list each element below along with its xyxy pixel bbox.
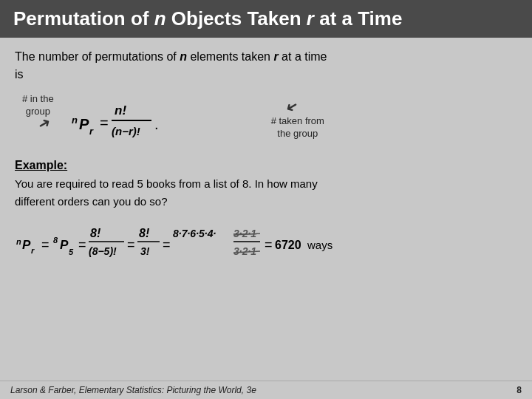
svg-text:=: = — [265, 237, 273, 252]
svg-text:3!: 3! — [140, 245, 150, 257]
svg-text:n!: n! — [115, 103, 126, 117]
example-formula-svg: n P r = 8 P 5 = 8! (8−5)! = 8! 3! = 8·7· — [15, 216, 429, 267]
svg-text:r: r — [89, 126, 94, 137]
example-text-line1: You are required to read 5 books from a … — [15, 177, 318, 190]
example-formula-row: n P r = 8 P 5 = 8! (8−5)! = 8! 3! = 8·7· — [15, 216, 517, 267]
footer-page: 8 — [516, 385, 522, 395]
svg-text:=: = — [100, 115, 109, 131]
title-suffix: at a Time — [314, 7, 402, 30]
intro-line1-middle: elements taken — [187, 50, 273, 63]
example-text-line2: different orders can you do so? — [15, 195, 168, 208]
footer: Larson & Farber, Elementary Statistics: … — [0, 381, 532, 399]
svg-text:n: n — [16, 237, 21, 246]
formula-area: # in the group ➜ n P r = n! (n−r)! . — [22, 92, 517, 147]
title-middle: Objects Taken — [166, 7, 307, 30]
title-n-var: n — [154, 7, 166, 30]
title-r-var: r — [307, 7, 314, 30]
svg-text:r: r — [31, 246, 35, 255]
svg-text:P: P — [22, 238, 31, 252]
svg-text:(8−5)!: (8−5)! — [89, 245, 117, 257]
svg-text:8!: 8! — [139, 227, 150, 239]
svg-text:=: = — [41, 237, 50, 252]
content-area: The number of permutations of n elements… — [0, 38, 532, 381]
svg-text:=: = — [163, 237, 171, 252]
footer-citation: Larson & Farber, Elementary Statistics: … — [10, 385, 256, 395]
svg-text:n: n — [72, 115, 78, 126]
left-annotation: # in the group ➜ — [22, 92, 54, 136]
svg-text:6720: 6720 — [275, 239, 301, 251]
title-bar: Permutation of n Objects Taken r at a Ti… — [0, 0, 532, 38]
intro-line2: is — [15, 68, 24, 81]
left-annotation-text: # in the group — [22, 92, 54, 118]
formula-svg: n P r = n! (n−r)! . — [64, 92, 271, 147]
svg-text:8: 8 — [53, 236, 58, 245]
title-prefix: Permutation of — [13, 7, 154, 30]
right-annotation: ➜ # taken from the group — [271, 95, 324, 140]
svg-text:5: 5 — [69, 248, 74, 256]
intro-n-var: n — [180, 50, 187, 63]
svg-text:8·7·6·5·4·: 8·7·6·5·4· — [173, 228, 216, 239]
example-title: Example: — [15, 159, 517, 172]
svg-text:=: = — [127, 237, 135, 252]
svg-text:8!: 8! — [90, 227, 101, 239]
intro-line1-suffix: at a time — [279, 50, 327, 63]
svg-text:.: . — [154, 116, 159, 132]
svg-text:(n−r)!: (n−r)! — [112, 125, 140, 137]
svg-text:ways: ways — [307, 239, 332, 251]
svg-text:P: P — [79, 116, 89, 132]
intro-text: The number of permutations of n elements… — [15, 48, 517, 83]
svg-text:=: = — [78, 237, 86, 252]
svg-text:P: P — [60, 238, 69, 252]
intro-line1-prefix: The number of permutations of — [15, 50, 180, 63]
formula-image: n P r = n! (n−r)! . — [64, 92, 271, 144]
right-annotation-text: # taken from the group — [271, 115, 324, 140]
example-section: Example: You are required to read 5 book… — [15, 159, 517, 267]
example-body: You are required to read 5 books from a … — [15, 175, 517, 211]
